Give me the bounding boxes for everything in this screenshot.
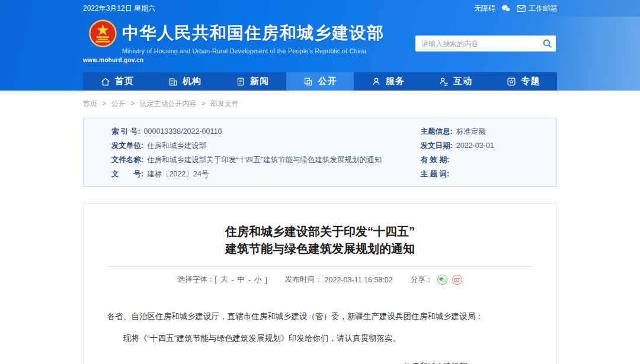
nav-item-interaction[interactable]: 互动 bbox=[421, 72, 489, 91]
doc-info-right-column: 主题信息:标准定额 发文日期:2022-03-01 有 效 期: 主 题 词: bbox=[420, 124, 556, 181]
doc-info-value: 建标〔2022〕24号 bbox=[147, 170, 209, 178]
news-icon bbox=[235, 76, 246, 87]
nav-label: 专题 bbox=[521, 76, 540, 87]
topbar: 2022年3月12日 星期六 无障碍 工作邮箱 bbox=[83, 0, 557, 17]
article-body: 各省、自治区住房和城乡建设厅，直辖市住房和城乡建设（管）委，新疆生产建设兵团住房… bbox=[107, 310, 533, 364]
site-url: www.mohurd.gov.cn bbox=[83, 57, 143, 63]
doc-info-label: 主题信息: bbox=[421, 127, 453, 136]
doc-info-row-validity: 有 效 期: bbox=[421, 153, 556, 167]
masthead: www.mohurd.gov.cn 中华人民共和国住房和城乡建设部 Minist… bbox=[83, 17, 557, 72]
site-title-english: Ministry of Housing and Urban-Rural Deve… bbox=[122, 47, 385, 54]
font-size-separator: - bbox=[248, 276, 251, 284]
chat-bubbles-icon bbox=[501, 5, 511, 12]
doc-info-value: 标准定额 bbox=[456, 127, 486, 136]
nav-item-topics[interactable]: 专题 bbox=[489, 72, 557, 91]
nav-label: 公开 bbox=[318, 76, 337, 87]
title-divider bbox=[107, 266, 533, 267]
font-size-separator: - bbox=[231, 276, 233, 284]
nav-item-organization[interactable]: 机构 bbox=[151, 72, 218, 91]
site-header-region: 2022年3月12日 星期六 无障碍 工作邮箱 bbox=[0, 0, 640, 91]
doc-info-label: 索 引 号: bbox=[111, 127, 140, 136]
doc-info-row-index-number: 索 引 号:000013338/2022-00110 bbox=[111, 124, 420, 138]
nav-label: 机构 bbox=[183, 76, 201, 87]
mailbox-label: 工作邮箱 bbox=[529, 4, 557, 14]
doc-info-row-document-number: 文 号:建标〔2022〕24号 bbox=[111, 167, 420, 181]
nav-label: 新闻 bbox=[250, 76, 269, 87]
interaction-icon bbox=[439, 76, 449, 87]
service-icon bbox=[371, 76, 382, 87]
accessibility-link[interactable]: 无障碍 bbox=[474, 4, 495, 14]
nav-item-home[interactable]: 首页 bbox=[83, 72, 151, 91]
article-title-line2: 建筑节能与绿色建筑发展规划的通知 bbox=[107, 240, 533, 257]
doc-info-label: 有 效 期: bbox=[421, 156, 450, 164]
share-label: 分享： bbox=[411, 275, 433, 285]
article-paragraph-recipients: 各省、自治区住房和城乡建设厅，直辖市住房和城乡建设（管）委，新疆生产建设兵团住房… bbox=[107, 310, 533, 324]
breadcrumb-link-ministry-documents[interactable]: 部发文件 bbox=[210, 99, 239, 108]
doc-info-label: 文件名称: bbox=[111, 156, 143, 164]
font-size-large-button[interactable]: 大 bbox=[220, 275, 228, 285]
signature-organization: 住房和城乡建设部 bbox=[404, 359, 468, 364]
disclosure-icon bbox=[303, 76, 313, 87]
national-emblem-logo bbox=[89, 20, 117, 47]
article-signature-block: 住房和城乡建设部 2022年3月1日 bbox=[107, 359, 533, 364]
organization-icon bbox=[168, 76, 178, 87]
accessibility-label: 无障碍 bbox=[474, 4, 495, 14]
publish-time-value: 2022-03-11 16:58:02 bbox=[325, 276, 393, 284]
doc-info-label: 发文日期: bbox=[421, 141, 453, 150]
font-size-label: 选择字体：[ bbox=[178, 275, 217, 285]
doc-info-row-issuing-unit: 发文单位:住房和城乡建设部 bbox=[111, 138, 420, 153]
search-box bbox=[415, 36, 556, 51]
current-date: 2022年3月12日 星期六 bbox=[83, 4, 155, 14]
nav-label: 互动 bbox=[453, 76, 472, 87]
search-button[interactable] bbox=[538, 36, 556, 51]
envelope-icon bbox=[517, 5, 526, 12]
breadcrumb-separator: > bbox=[130, 99, 135, 108]
nav-item-news[interactable]: 新闻 bbox=[219, 72, 286, 91]
weibo-icon bbox=[454, 277, 460, 282]
font-size-bracket-close: ] bbox=[265, 276, 267, 284]
wechat-icon bbox=[439, 277, 446, 282]
breadcrumb-separator: > bbox=[201, 99, 206, 108]
breadcrumb-separator: > bbox=[102, 99, 106, 108]
main-nav: 首页 机构 新闻 bbox=[83, 72, 557, 91]
search-input[interactable] bbox=[415, 36, 538, 51]
breadcrumb: 首页 > 公开 > 法定主动公开内容 > 部发文件 bbox=[83, 91, 557, 109]
doc-info-label: 主 题 词: bbox=[421, 170, 450, 178]
share-wechat-button[interactable] bbox=[437, 275, 447, 285]
font-size-small-button[interactable]: 小 bbox=[254, 275, 262, 285]
nav-item-disclosure[interactable]: 公开 bbox=[286, 72, 354, 91]
home-icon bbox=[100, 76, 111, 87]
doc-info-label: 发文单位: bbox=[111, 141, 143, 150]
doc-info-label: 文 号: bbox=[111, 170, 143, 178]
article-meta-bar: 选择字体：[大-中-小] 发布时间：2022-03-11 16:58:02 分享… bbox=[107, 275, 533, 285]
article-container: 住房和城乡建设部关于印发“十四五” 建筑节能与绿色建筑发展规划的通知 选择字体：… bbox=[83, 203, 557, 364]
article-title: 住房和城乡建设部关于印发“十四五” 建筑节能与绿色建筑发展规划的通知 bbox=[107, 223, 533, 257]
share-weibo-button[interactable] bbox=[452, 275, 462, 285]
search-icon bbox=[543, 39, 552, 48]
doc-info-value: 住房和城乡建设部关于印发“十四五”建筑节能与绿色建筑发展规划的通知 bbox=[147, 156, 382, 164]
nav-label: 首页 bbox=[115, 76, 134, 87]
topics-icon bbox=[506, 76, 517, 87]
breadcrumb-link-home[interactable]: 首页 bbox=[83, 99, 97, 108]
breadcrumb-link-statutory-content[interactable]: 法定主动公开内容 bbox=[139, 99, 196, 108]
doc-info-value: 2022-03-01 bbox=[456, 141, 494, 150]
publish-time-label: 发布时间： bbox=[285, 275, 322, 285]
doc-info-row-topic-info: 主题信息:标准定额 bbox=[421, 124, 556, 138]
document-info-box: 索 引 号:000013338/2022-00110 发文单位:住房和城乡建设部… bbox=[83, 118, 557, 187]
site-title: 中华人民共和国住房和城乡建设部 bbox=[122, 22, 385, 44]
doc-info-row-issue-date: 发文日期:2022-03-01 bbox=[421, 138, 556, 153]
chat-icon[interactable] bbox=[501, 5, 511, 12]
article-paragraph-main: 现将《“十四五”建筑节能与绿色建筑发展规划》印发给你们，请认真贯彻落实。 bbox=[107, 331, 533, 346]
article-title-line1: 住房和城乡建设部关于印发“十四五” bbox=[107, 223, 533, 240]
breadcrumb-link-disclosure[interactable]: 公开 bbox=[111, 99, 126, 108]
doc-info-value: 住房和城乡建设部 bbox=[147, 141, 206, 150]
font-size-medium-button[interactable]: 中 bbox=[237, 275, 245, 285]
doc-info-left-column: 索 引 号:000013338/2022-00110 发文单位:住房和城乡建设部… bbox=[84, 124, 420, 181]
nav-item-services[interactable]: 服务 bbox=[354, 72, 421, 91]
nav-label: 服务 bbox=[386, 76, 405, 87]
doc-info-row-document-name: 文件名称:住房和城乡建设部关于印发“十四五”建筑节能与绿色建筑发展规划的通知 bbox=[111, 153, 420, 167]
doc-info-value: 000013338/2022-00110 bbox=[144, 127, 222, 136]
doc-info-row-keywords: 主 题 词: bbox=[421, 167, 556, 181]
mailbox-link[interactable]: 工作邮箱 bbox=[517, 4, 557, 14]
